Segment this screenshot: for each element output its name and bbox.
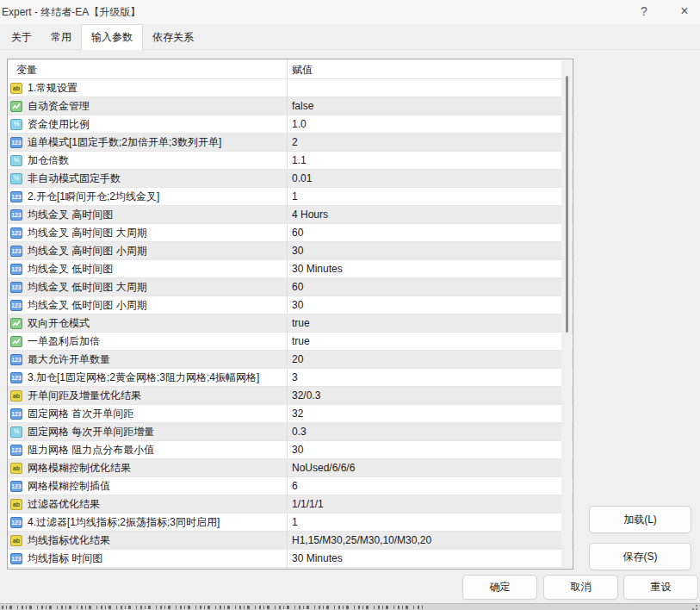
cancel-button[interactable]: 取消 xyxy=(543,575,618,600)
param-row[interactable]: 123 均线金叉 低时间图 小周期 30 xyxy=(8,296,573,314)
param-row[interactable]: ab 均线指标优化结果 H1,15/M30,25/M30,10/M30,20 xyxy=(8,532,573,550)
param-value[interactable]: 30 xyxy=(292,245,303,257)
param-name: 3.加仓[1固定网格;2黄金网格;3阻力网格;4振幅网格] xyxy=(28,370,259,385)
load-button[interactable]: 加载(L) xyxy=(589,506,691,533)
reset-button[interactable]: 重设 xyxy=(623,575,698,600)
param-value[interactable]: 1.1 xyxy=(292,154,307,166)
scrollbar-thumb[interactable] xyxy=(566,76,568,333)
param-value[interactable]: 30 Minutes xyxy=(292,263,343,275)
param-value[interactable]: 30 xyxy=(292,444,303,456)
param-value[interactable]: 32/0.3 xyxy=(292,389,320,401)
help-icon[interactable]: ? xyxy=(627,0,661,22)
param-name: 均线金叉 高时间图 xyxy=(28,208,113,222)
param-row[interactable]: 123 追单模式[1固定手数;2加倍开单;3数列开单] 2 xyxy=(8,134,573,152)
param-value[interactable]: 1/1/1/1 xyxy=(292,498,324,510)
param-row[interactable]: ab 开单间距及增量优化结果 32/0.3 xyxy=(8,387,573,405)
double-type-icon: ½ xyxy=(10,426,22,438)
close-icon[interactable]: × xyxy=(667,0,700,22)
integer-type-icon: 123 xyxy=(10,553,22,564)
double-type-icon: ½ xyxy=(10,155,22,166)
param-row[interactable]: 123 3.加仓[1固定网格;2黄金网格;3阻力网格;4振幅网格] 3 xyxy=(8,369,573,387)
param-row[interactable]: 123 4.过滤器[1均线指标;2振荡指标;3同时启用] 1 xyxy=(8,514,573,532)
string-type-icon: ab xyxy=(10,499,22,510)
param-row[interactable]: 双向开仓模式 true xyxy=(8,314,573,333)
column-header-variable: 变量 xyxy=(16,63,37,78)
save-button[interactable]: 保存(S) xyxy=(589,543,691,570)
param-row[interactable]: 123 2.开仓[1瞬间开仓;2均线金叉] 1 xyxy=(8,188,573,206)
param-row[interactable]: 123 最大允许开单数量 20 xyxy=(8,351,573,369)
tab-关于[interactable]: 关于 xyxy=(2,27,41,49)
param-value[interactable]: 30 xyxy=(292,299,303,311)
param-value[interactable]: 1 xyxy=(292,516,298,528)
param-value[interactable]: 32 xyxy=(292,408,303,420)
integer-type-icon: 123 xyxy=(10,282,22,293)
param-name: 均线金叉 高时间图 小周期 xyxy=(28,244,147,258)
param-row[interactable]: ab 网格模糊控制优化结果 NoUsed/6/6/6 xyxy=(8,459,573,477)
ok-button[interactable]: 确定 xyxy=(462,575,537,600)
param-value[interactable]: 1.0 xyxy=(292,118,307,130)
param-value[interactable]: true xyxy=(292,317,310,329)
integer-type-icon: 123 xyxy=(10,191,22,202)
param-row[interactable]: ½ 资金使用比例 1.0 xyxy=(8,115,573,134)
param-value[interactable]: NoUsed/6/6/6 xyxy=(292,462,355,474)
param-value[interactable]: 60 xyxy=(292,281,303,293)
param-name: 资金使用比例 xyxy=(28,117,90,132)
param-row[interactable]: ab 1.常规设置 xyxy=(8,79,573,97)
param-name: 加仓倍数 xyxy=(28,153,69,168)
param-value[interactable]: 1 xyxy=(292,190,298,202)
integer-type-icon: 123 xyxy=(10,408,22,420)
integer-type-icon: 123 xyxy=(10,372,22,383)
param-row[interactable]: 自动资金管理 false xyxy=(8,97,573,115)
param-value[interactable]: 2 xyxy=(292,136,298,148)
param-value[interactable]: 4 Hours xyxy=(292,209,328,221)
param-value[interactable]: 0.01 xyxy=(292,172,312,184)
table-header: 变量 赋值 xyxy=(8,59,573,79)
resize-grip-icon[interactable] xyxy=(692,605,697,610)
string-type-icon: ab xyxy=(10,390,22,401)
param-value[interactable]: true xyxy=(292,335,310,347)
column-divider xyxy=(287,59,288,569)
param-row[interactable]: 123 均线金叉 低时间图 大周期 60 xyxy=(8,278,573,296)
param-name: 均线金叉 高时间图 大周期 xyxy=(28,226,147,240)
param-value[interactable]: 3 xyxy=(292,371,298,383)
param-value[interactable]: false xyxy=(292,100,313,112)
param-row[interactable]: 123 均线金叉 高时间图 大周期 60 xyxy=(8,224,573,242)
param-name: 双向开仓模式 xyxy=(28,316,90,331)
param-row[interactable]: 123 均线金叉 低时间图 30 Minutes xyxy=(8,260,573,278)
param-value[interactable]: 0.3 xyxy=(292,426,307,438)
param-row[interactable]: ½ 固定网格 每次开单间距增量 0.3 xyxy=(8,423,573,441)
param-name: 均线金叉 低时间图 大周期 xyxy=(28,280,147,295)
parameters-table: 变量 赋值 ab 1.常规设置 自动资金管理 false ½ 资金使用比例 1.… xyxy=(7,59,573,570)
param-row[interactable]: 123 阻力网格 阻力点分布最小值 30 xyxy=(8,441,573,459)
underlying-window-edge xyxy=(0,603,700,610)
param-name: 网格模糊控制优化结果 xyxy=(28,461,131,476)
integer-type-icon: 123 xyxy=(10,354,22,365)
param-row[interactable]: 123 均线金叉 高时间图 4 Hours xyxy=(8,206,573,224)
param-row[interactable]: 123 均线指标 时间图 30 Minutes xyxy=(8,550,573,568)
column-header-value: 赋值 xyxy=(292,63,313,78)
param-row[interactable]: 123 均线金叉 高时间图 小周期 30 xyxy=(8,242,573,260)
param-name: 最大允许开单数量 xyxy=(28,352,110,367)
param-name: 过滤器优化结果 xyxy=(28,497,100,512)
integer-type-icon: 123 xyxy=(10,300,22,311)
tab-输入参数[interactable]: 输入参数 xyxy=(81,24,143,50)
vertical-scrollbar[interactable] xyxy=(561,60,572,568)
param-value[interactable]: 6 xyxy=(292,480,298,492)
integer-type-icon: 123 xyxy=(10,264,22,275)
tab-依存关系[interactable]: 依存关系 xyxy=(143,27,203,49)
tab-常用[interactable]: 常用 xyxy=(41,27,81,49)
param-row[interactable]: ½ 加仓倍数 1.1 xyxy=(8,152,573,170)
clipped-status-text xyxy=(2,606,425,609)
param-value[interactable]: H1,15/M30,25/M30,10/M30,20 xyxy=(292,534,431,546)
param-row[interactable]: 123 固定网格 首次开单间距 32 xyxy=(8,405,573,423)
bool-type-icon xyxy=(10,101,22,112)
param-row[interactable]: ab 过滤器优化结果 1/1/1/1 xyxy=(8,495,573,514)
param-row[interactable]: 123 网格模糊控制插值 6 xyxy=(8,477,573,495)
double-type-icon: ½ xyxy=(10,119,22,130)
param-row[interactable]: 一单盈利后加倍 true xyxy=(8,333,573,351)
param-row[interactable]: ½ 非自动模式固定手数 0.01 xyxy=(8,170,573,188)
param-value[interactable]: 60 xyxy=(292,227,303,239)
param-value[interactable]: 20 xyxy=(292,353,303,365)
param-value[interactable]: 30 Minutes xyxy=(292,552,343,564)
double-type-icon: ½ xyxy=(10,173,22,184)
